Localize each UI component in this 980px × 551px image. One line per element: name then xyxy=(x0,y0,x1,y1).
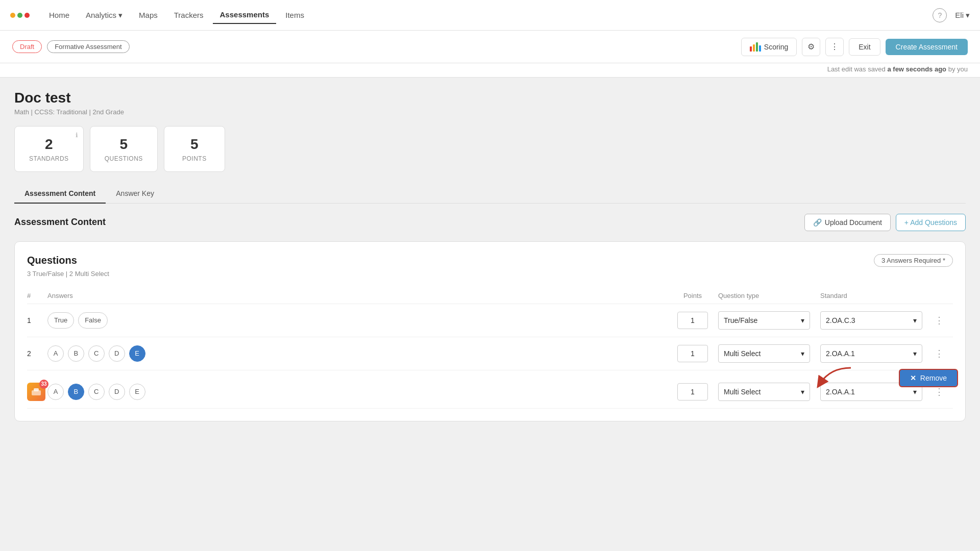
help-button[interactable]: ? xyxy=(933,8,947,22)
answer-c[interactable]: C xyxy=(88,345,105,362)
add-questions-button[interactable]: + Add Questions xyxy=(896,214,966,231)
col-header-num: # xyxy=(27,292,47,299)
section-actions: 🔗 Upload Document + Add Questions xyxy=(804,214,966,231)
row2-qtype: Multi Select ▾ xyxy=(718,344,820,363)
toolbar: Draft Formative Assessment Scoring ⚙ ⋮ E… xyxy=(0,31,980,63)
row1-standard-icon: ▾ xyxy=(913,316,917,324)
row2-points xyxy=(667,345,718,362)
top-nav: Home Analytics ▾ Maps Trackers Assessmen… xyxy=(0,0,980,31)
points-number: 5 xyxy=(179,136,210,153)
create-assessment-button[interactable]: Create Assessment xyxy=(886,39,968,55)
row1-type-dropdown[interactable]: True/False ▾ xyxy=(718,311,810,330)
row2-num: 2 xyxy=(27,349,47,358)
row3-avatar: 33 xyxy=(27,383,45,401)
questions-card: Questions 3 Answers Required * 3 True/Fa… xyxy=(14,241,966,421)
row1-num: 1 xyxy=(27,316,47,324)
row1-standard-dropdown[interactable]: 2.OA.C.3 ▾ xyxy=(820,311,922,330)
draft-badge[interactable]: Draft xyxy=(12,40,42,53)
table-header: # Answers Points Question type Standard xyxy=(27,288,953,304)
avatar-badge: 33 xyxy=(39,380,48,389)
row2-type-dropdown[interactable]: Multi Select ▾ xyxy=(718,344,810,363)
row1-actions: ⋮ xyxy=(933,315,953,326)
row2-dropdown-icon: ▾ xyxy=(801,349,804,358)
upload-label: Upload Document xyxy=(825,218,882,227)
row1-standard-value: 2.OA.C.3 xyxy=(826,316,855,324)
upload-document-button[interactable]: 🔗 Upload Document xyxy=(804,214,891,231)
row1-points-input[interactable] xyxy=(677,312,708,329)
content-tabs: Assessment Content Answer Key xyxy=(14,184,966,204)
row2-points-input[interactable] xyxy=(677,345,708,362)
row1-answers: True False xyxy=(47,312,667,329)
row1-qtype: True/False ▾ xyxy=(718,311,820,330)
row2-type-value: Multi Select xyxy=(724,349,761,358)
row3-answer-b-selected[interactable]: B xyxy=(68,384,84,400)
row3-answer-a[interactable]: A xyxy=(47,384,64,400)
row3-points-input[interactable] xyxy=(677,383,708,400)
user-label: Eli xyxy=(955,11,964,19)
answer-b[interactable]: B xyxy=(68,345,84,362)
stat-questions: 5 QUESTIONS xyxy=(90,126,158,172)
col-header-points: Points xyxy=(667,292,718,299)
remove-label: Remove xyxy=(920,374,947,382)
logo-dot-red xyxy=(24,13,30,18)
avatar-icon xyxy=(31,386,42,397)
exit-button[interactable]: Exit xyxy=(849,38,880,56)
row3-answer-c[interactable]: C xyxy=(88,384,105,400)
ellipsis-icon: ⋮ xyxy=(830,42,839,52)
row2-standard-value: 2.OA.A.1 xyxy=(826,349,855,358)
document-subtitle: Math | CCSS: Traditional | 2nd Grade xyxy=(14,108,966,116)
remove-button[interactable]: ✕ Remove xyxy=(899,369,958,387)
stat-standards: ℹ 2 STANDARDS xyxy=(14,126,84,172)
row3-type-value: Multi Select xyxy=(724,388,761,396)
answers-required-badge[interactable]: 3 Answers Required * xyxy=(874,254,953,267)
standards-info-icon[interactable]: ℹ xyxy=(76,132,78,139)
settings-button[interactable]: ⚙ xyxy=(802,38,820,56)
nav-maps[interactable]: Maps xyxy=(132,7,165,23)
row2-more-icon[interactable]: ⋮ xyxy=(933,346,946,361)
questions-title: Questions xyxy=(27,255,77,266)
nav-trackers[interactable]: Trackers xyxy=(167,7,211,23)
answer-false[interactable]: False xyxy=(78,312,108,329)
nav-home[interactable]: Home xyxy=(42,7,77,23)
row2-standard-dropdown[interactable]: 2.OA.A.1 ▾ xyxy=(820,344,922,363)
row3-answer-d[interactable]: D xyxy=(109,384,125,400)
answer-true[interactable]: True xyxy=(47,312,74,329)
user-dropdown-icon: ▾ xyxy=(966,11,970,20)
bar-green xyxy=(756,42,758,52)
questions-label: QUESTIONS xyxy=(105,155,143,162)
row3-num: 33 xyxy=(27,383,47,401)
table-row: 1 True False True/False ▾ 2.OA.C.3 xyxy=(27,304,953,337)
more-options-button[interactable]: ⋮ xyxy=(825,38,844,56)
standards-label: STANDARDS xyxy=(29,155,69,162)
table-row: 2 A B C D E Multi Select ▾ xyxy=(27,337,953,370)
gear-icon: ⚙ xyxy=(807,42,815,52)
scoring-button[interactable]: Scoring xyxy=(741,38,797,56)
formative-badge[interactable]: Formative Assessment xyxy=(47,40,130,53)
toolbar-wrapper: Draft Formative Assessment Scoring ⚙ ⋮ E… xyxy=(0,31,980,78)
row3-answer-e[interactable]: E xyxy=(129,384,145,400)
row2-standard: 2.OA.A.1 ▾ xyxy=(820,344,933,363)
nav-analytics-label: Analytics xyxy=(86,11,116,19)
answer-d[interactable]: D xyxy=(109,345,125,362)
nav-assessments[interactable]: Assessments xyxy=(213,6,277,24)
answer-e-selected[interactable]: E xyxy=(129,345,145,362)
row2-actions: ⋮ xyxy=(933,348,953,359)
svg-rect-1 xyxy=(34,388,39,391)
row3-answers: A B C D E xyxy=(47,384,667,400)
row3-type-dropdown[interactable]: Multi Select ▾ xyxy=(718,383,810,401)
points-label: POINTS xyxy=(179,155,210,162)
nav-analytics[interactable]: Analytics ▾ xyxy=(79,7,130,24)
nav-items[interactable]: Items xyxy=(278,7,311,23)
tab-assessment-content[interactable]: Assessment Content xyxy=(14,184,106,204)
tab-answer-key[interactable]: Answer Key xyxy=(106,184,164,204)
row1-points xyxy=(667,312,718,329)
scoring-label: Scoring xyxy=(764,43,788,51)
row3-standard-icon: ▾ xyxy=(913,388,917,396)
row1-more-icon[interactable]: ⋮ xyxy=(933,313,946,328)
col-header-answers: Answers xyxy=(47,292,667,299)
stat-points: 5 POINTS xyxy=(164,126,225,172)
nav-right: ? Eli ▾ xyxy=(933,8,970,22)
answer-a[interactable]: A xyxy=(47,345,64,362)
user-menu[interactable]: Eli ▾ xyxy=(955,11,970,20)
stats-row: ℹ 2 STANDARDS 5 QUESTIONS 5 POINTS xyxy=(14,126,966,172)
